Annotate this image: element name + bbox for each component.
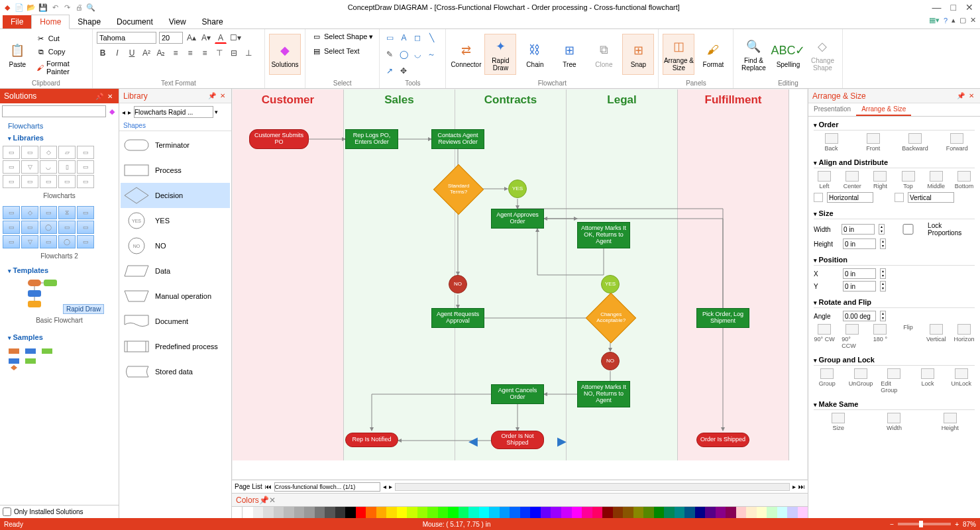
node-pick-order[interactable]: Pick Order, Log Shipment xyxy=(696,308,749,328)
lib-thumb[interactable]: ▭ xyxy=(21,175,38,188)
save-icon[interactable]: 💾 xyxy=(38,3,48,12)
same-size[interactable]: Size xyxy=(814,413,863,431)
align-left[interactable]: Left xyxy=(814,171,835,189)
lib-prev-icon[interactable]: ◂ xyxy=(121,109,127,116)
lib-thumb[interactable]: ▭ xyxy=(3,146,20,159)
lib-thumb[interactable]: ▱ xyxy=(58,146,76,159)
find-replace-button[interactable]: 🔍Find & Replace xyxy=(737,34,769,75)
clone-button[interactable]: ⧉Clone xyxy=(588,34,620,75)
page-select[interactable] xyxy=(274,482,380,492)
tab-view[interactable]: View xyxy=(161,15,194,28)
node-agent-cancels[interactable]: Agent Cancels Order xyxy=(491,384,544,404)
shape-yes[interactable]: YESYES xyxy=(121,208,230,233)
lib-thumb[interactable]: ▭ xyxy=(40,206,57,219)
lib-thumb[interactable]: ◡ xyxy=(40,160,57,174)
page-next-icon[interactable]: ▸ xyxy=(389,483,392,490)
palette-picker-icon[interactable] xyxy=(232,507,243,518)
node-no1[interactable]: NO xyxy=(449,275,467,293)
align-middle[interactable]: Middle xyxy=(926,171,947,189)
lib-thumb[interactable]: ▭ xyxy=(58,221,76,234)
rotate-180[interactable]: 180 ° xyxy=(869,324,891,349)
tab-shape[interactable]: Shape xyxy=(70,15,109,28)
lib-thumb[interactable]: ▽ xyxy=(21,235,38,248)
shrink-font-icon[interactable]: A▾ xyxy=(200,32,212,44)
font-select[interactable] xyxy=(97,32,156,44)
zoom-in-icon[interactable]: + xyxy=(955,521,959,528)
order-back[interactable]: Back xyxy=(814,133,849,152)
page-first-icon[interactable]: ⏮ xyxy=(265,483,272,490)
change-shape-button[interactable]: ◇Change Shape xyxy=(806,34,838,75)
lib-thumb[interactable]: ⧖ xyxy=(58,206,76,219)
tool-callout-icon[interactable]: ◻ xyxy=(411,32,423,44)
shape-stored[interactable]: Stored data xyxy=(121,359,230,384)
close-icon[interactable]: ✕ xyxy=(965,2,973,13)
redo-icon[interactable]: ↷ xyxy=(62,3,72,12)
tool-text-icon[interactable]: A xyxy=(398,32,409,44)
rapid-draw-button[interactable]: ✦Rapid Draw xyxy=(484,34,516,75)
tree-button[interactable]: ⊞Tree xyxy=(553,34,585,75)
select-text-button[interactable]: ▤Select Text xyxy=(309,45,362,57)
tab-file[interactable]: File xyxy=(3,15,31,28)
node-rep-notified[interactable]: Rep Is Notified xyxy=(345,433,398,447)
format-painter-button[interactable]: 🖌Format Painter xyxy=(34,59,88,76)
lib-thumb[interactable]: ▯ xyxy=(58,160,76,174)
win-close-icon[interactable]: ✕ xyxy=(970,16,976,25)
nav-prev-icon[interactable]: ◀ xyxy=(468,434,478,449)
preview-icon[interactable]: 🔍 xyxy=(86,3,95,12)
options-icon[interactable]: ▦▾ xyxy=(929,16,940,25)
lib-thumb[interactable]: ▭ xyxy=(21,221,38,234)
node-contacts-agent[interactable]: Contacts Agent Reviews Order xyxy=(431,129,484,149)
order-front[interactable]: Front xyxy=(855,133,891,152)
node-shipped[interactable]: Order Is Shipped xyxy=(696,433,749,447)
shape-data[interactable]: Data xyxy=(121,258,230,284)
lib-thumb[interactable]: ◇ xyxy=(21,206,38,219)
win-restore-icon[interactable]: ▢ xyxy=(959,16,966,25)
align-top-icon[interactable]: ⊤ xyxy=(213,47,225,59)
lib-thumb[interactable]: ▭ xyxy=(58,175,76,188)
lib-thumb[interactable]: ◯ xyxy=(58,235,76,248)
lib-thumb[interactable]: ▭ xyxy=(77,235,94,248)
tool-rect-icon[interactable]: ▭ xyxy=(384,32,396,44)
superscript-icon[interactable]: A² xyxy=(140,47,152,59)
align-mid-icon[interactable]: ⊟ xyxy=(228,47,240,59)
help-icon[interactable]: ? xyxy=(944,17,948,25)
tab-arrange-size[interactable]: Arrange & Size xyxy=(856,103,911,116)
lib-thumb[interactable]: ▽ xyxy=(21,160,38,174)
node-not-shipped[interactable]: Order Is Not Shipped xyxy=(491,431,544,449)
align-right-icon[interactable]: ≡ xyxy=(199,47,211,59)
lib-thumb[interactable]: ◇ xyxy=(40,146,57,159)
maximize-icon[interactable]: □ xyxy=(951,2,956,13)
page-last-icon[interactable]: ▸ xyxy=(792,483,796,490)
canvas[interactable]: Customer Sales Contracts Legal Fulfillme… xyxy=(233,89,807,479)
size-width[interactable] xyxy=(842,224,875,235)
subscript-icon[interactable]: A₂ xyxy=(155,47,167,59)
shape-terminator[interactable]: Terminator xyxy=(121,132,230,158)
pin-icon[interactable]: 📌 xyxy=(93,93,105,100)
zoom-out-icon[interactable]: − xyxy=(890,521,894,528)
copy-button[interactable]: ⧉Copy xyxy=(34,46,88,58)
section-samples[interactable]: Samples xyxy=(3,331,116,343)
flip-horizontal[interactable]: Horizon xyxy=(953,324,975,349)
tab-share[interactable]: Share xyxy=(194,15,231,28)
node-yes2[interactable]: YES xyxy=(601,275,620,293)
rotate-angle[interactable] xyxy=(843,311,876,321)
lib-thumb[interactable]: ▭ xyxy=(77,160,94,174)
section-templates[interactable]: Templates xyxy=(3,264,116,276)
close-panel-icon[interactable]: ✕ xyxy=(967,92,976,99)
flip-vertical[interactable]: Vertical xyxy=(926,324,947,349)
lib-thumb[interactable]: ▭ xyxy=(40,235,57,248)
align-right[interactable]: Right xyxy=(869,171,891,189)
ungroup-btn[interactable]: UnGroup xyxy=(847,368,875,394)
lib-thumb[interactable]: ▭ xyxy=(77,175,94,188)
align-top[interactable]: Top xyxy=(898,171,919,189)
close-panel-icon[interactable]: ✕ xyxy=(269,496,276,505)
node-rep-logs[interactable]: Rep Logs PO, Enters Order xyxy=(345,129,398,149)
select-shape-button[interactable]: ▭Select Shape ▾ xyxy=(309,30,375,42)
print-icon[interactable]: 🖨 xyxy=(74,3,83,12)
node-customer-submits[interactable]: Customer Submits PO xyxy=(249,129,309,149)
tool-pen-icon[interactable]: ✎ xyxy=(384,48,396,60)
only-installed-checkbox[interactable] xyxy=(3,507,11,516)
tool-arrow-icon[interactable]: ↗ xyxy=(384,65,396,77)
rotate-ccw[interactable]: 90° CCW xyxy=(842,324,863,349)
template-thumb[interactable] xyxy=(15,278,61,311)
